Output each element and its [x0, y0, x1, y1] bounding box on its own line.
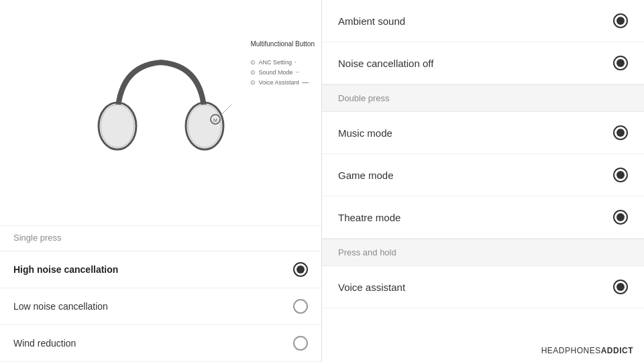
svg-point-2 — [101, 105, 134, 147]
list-item[interactable]: Theatre mode — [322, 196, 644, 239]
multifunc-label: Multifunctional Button — [250, 40, 315, 48]
headphone-illustration: M — [87, 46, 235, 180]
option-label: Wind reduction — [13, 338, 76, 349]
radio-button[interactable] — [613, 280, 628, 294]
list-item[interactable]: Voice assistant — [322, 266, 644, 308]
radio-button[interactable] — [613, 125, 628, 140]
list-item[interactable]: Wind reduction — [0, 325, 321, 362]
radio-inner — [297, 265, 305, 274]
option-label: Voice assistant — [338, 282, 405, 293]
radio-button[interactable] — [293, 299, 308, 314]
radio-inner — [616, 17, 625, 25]
option-label: Theatre mode — [338, 212, 400, 223]
voice-assistant-row: ⊙ Voice Assistant — — [250, 78, 315, 86]
single-press-label: Single press — [0, 225, 321, 251]
right-panel: Ambient sound Noise cancellation off Dou… — [322, 0, 644, 362]
radio-inner — [616, 171, 625, 179]
headphone-diagram: M Multifunctional Button ⊙ ANC Setting ·… — [0, 0, 321, 225]
list-item[interactable]: Noise cancellation off — [322, 42, 644, 84]
svg-line-8 — [220, 105, 231, 116]
anc-setting-row: ⊙ ANC Setting · — [250, 58, 315, 66]
list-item[interactable]: High noise cancellation — [0, 251, 321, 288]
option-label: High noise cancellation — [13, 264, 118, 275]
radio-button[interactable] — [613, 13, 628, 28]
svg-point-5 — [188, 105, 221, 147]
press-hold-divider: Press and hold — [322, 239, 644, 266]
radio-inner — [616, 59, 625, 67]
watermark: HEADPHONESADDICT — [541, 346, 633, 355]
option-label: Game mode — [338, 170, 394, 181]
sound-mode-row: ⊙ Sound Mode ·· — [250, 68, 315, 76]
radio-inner — [616, 213, 625, 221]
list-item[interactable]: Game mode — [322, 154, 644, 196]
radio-button[interactable] — [613, 56, 628, 70]
list-item[interactable]: Low noise cancellation — [0, 288, 321, 325]
radio-inner — [616, 129, 625, 137]
radio-button[interactable] — [613, 210, 628, 225]
left-panel: M Multifunctional Button ⊙ ANC Setting ·… — [0, 0, 322, 362]
radio-button[interactable] — [613, 168, 628, 182]
option-label: Low noise cancellation — [13, 301, 108, 312]
list-item[interactable]: Ambient sound — [322, 0, 644, 42]
radio-button[interactable] — [293, 336, 308, 351]
option-label: Music mode — [338, 127, 392, 139]
svg-text:M: M — [213, 118, 217, 123]
left-options-list: High noise cancellation Low noise cancel… — [0, 251, 321, 362]
option-label: Ambient sound — [338, 15, 405, 27]
radio-inner — [616, 283, 625, 291]
option-label: Noise cancellation off — [338, 58, 433, 69]
list-item[interactable]: Music mode — [322, 112, 644, 154]
double-press-divider: Double press — [322, 84, 644, 112]
radio-button[interactable] — [293, 262, 308, 277]
diagram-labels: Multifunctional Button ⊙ ANC Setting · ⊙… — [250, 40, 315, 88]
